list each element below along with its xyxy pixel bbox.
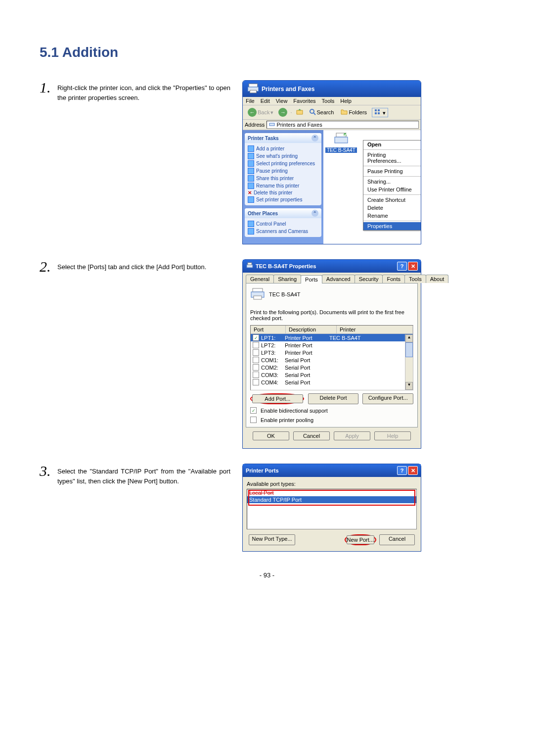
apply-button[interactable]: Apply bbox=[334, 431, 370, 440]
checkbox-icon[interactable] bbox=[253, 349, 259, 356]
tab-pane-ports: TEC B-SA4T Print to the following port(s… bbox=[246, 283, 418, 427]
task-pause[interactable]: Pause printing bbox=[248, 167, 318, 175]
tab-fonts[interactable]: Fonts bbox=[382, 275, 405, 283]
window-titlebar: Printers and Faxes bbox=[243, 81, 421, 97]
port-row[interactable]: LPT2:Printer Port bbox=[251, 341, 413, 349]
add-port-button[interactable]: Add Port... bbox=[252, 394, 303, 403]
chevron-up-icon[interactable]: ⌃ bbox=[312, 135, 318, 142]
col-printer[interactable]: Printer bbox=[337, 326, 413, 333]
other-control-panel[interactable]: Control Panel bbox=[248, 220, 318, 228]
checkbox-icon[interactable]: ✓ bbox=[253, 334, 259, 341]
checkbox-icon[interactable] bbox=[253, 342, 259, 348]
col-port[interactable]: Port bbox=[251, 326, 286, 333]
checkbox-icon[interactable] bbox=[253, 379, 259, 385]
menu-edit[interactable]: Edit bbox=[261, 98, 270, 104]
menu-view[interactable]: View bbox=[276, 98, 288, 104]
checkbox-icon[interactable] bbox=[253, 357, 259, 363]
printer-item[interactable]: TEC B-SA4T bbox=[325, 132, 357, 153]
menu-tools[interactable]: Tools bbox=[322, 98, 335, 104]
ctx-sharing[interactable]: Sharing... bbox=[363, 178, 421, 186]
step-number-2: 2. bbox=[40, 259, 53, 274]
checkbox-icon[interactable] bbox=[253, 364, 259, 371]
ports-instruction: Print to the following port(s). Document… bbox=[250, 309, 413, 321]
checkbox-pool[interactable] bbox=[250, 417, 257, 423]
port-row[interactable]: LPT3:Printer Port bbox=[251, 349, 413, 356]
address-icon bbox=[269, 122, 276, 128]
menu-help[interactable]: Help bbox=[340, 98, 352, 104]
configure-port-button[interactable]: Configure Port... bbox=[362, 393, 413, 404]
port-row[interactable]: COM2:Serial Port bbox=[251, 364, 413, 371]
checkbox-icon[interactable] bbox=[253, 372, 259, 378]
svg-rect-7 bbox=[375, 112, 377, 114]
menu-file[interactable]: File bbox=[246, 98, 255, 104]
tab-about[interactable]: About bbox=[426, 275, 449, 283]
chevron-up-icon[interactable]: ⌃ bbox=[312, 210, 318, 217]
task-icon bbox=[248, 153, 254, 159]
tab-advanced[interactable]: Advanced bbox=[322, 275, 355, 283]
delete-port-button[interactable]: Delete Port bbox=[308, 393, 359, 404]
task-rename[interactable]: Rename this printer bbox=[248, 182, 318, 189]
address-input[interactable]: Printers and Faxes bbox=[267, 121, 419, 129]
tab-general[interactable]: General bbox=[246, 275, 274, 283]
port-row[interactable]: COM4:Serial Port bbox=[251, 378, 413, 386]
task-delete[interactable]: ✕Delete this printer bbox=[248, 189, 318, 196]
up-button[interactable] bbox=[295, 107, 304, 117]
scrollbar[interactable]: ▲ ▼ bbox=[405, 334, 413, 390]
tab-ports[interactable]: Ports bbox=[301, 275, 322, 284]
step-number-1: 1. bbox=[40, 80, 53, 102]
scroll-up-icon[interactable]: ▲ bbox=[405, 334, 413, 342]
task-properties[interactable]: Set printer properties bbox=[248, 196, 318, 203]
side-panel: Printer Tasks ⌃ Add a printer See what's… bbox=[243, 130, 323, 244]
ctx-open[interactable]: Open bbox=[363, 141, 421, 148]
ctx-shortcut[interactable]: Create Shortcut bbox=[363, 196, 421, 204]
search-button[interactable]: Search bbox=[307, 108, 336, 117]
printers-window: Printers and Faxes File Edit View Favori… bbox=[242, 80, 421, 244]
ctx-properties[interactable]: Properties bbox=[363, 222, 421, 230]
task-add-printer[interactable]: Add a printer bbox=[248, 145, 318, 152]
scroll-thumb[interactable] bbox=[405, 342, 413, 357]
help-button[interactable]: ? bbox=[397, 262, 407, 271]
cancel-button[interactable]: Cancel bbox=[379, 534, 415, 545]
folders-button[interactable]: Folders bbox=[339, 108, 369, 116]
ports-list[interactable]: Port Description Printer ✓ LPT1: Printer… bbox=[250, 325, 413, 390]
ctx-prefs[interactable]: Printing Preferences... bbox=[363, 151, 421, 165]
help-button[interactable]: Help bbox=[374, 431, 411, 440]
dialog-title: TEC B-SA4T Properties bbox=[256, 263, 316, 269]
back-button[interactable]: ← Back ▾ bbox=[246, 107, 275, 117]
forward-button[interactable]: → bbox=[278, 108, 287, 117]
task-icon bbox=[248, 183, 254, 189]
ctx-delete[interactable]: Delete bbox=[363, 204, 421, 212]
ok-button[interactable]: OK bbox=[253, 431, 289, 440]
scroll-down-icon[interactable]: ▼ bbox=[405, 382, 413, 390]
task-icon bbox=[248, 168, 254, 174]
checkbox-bidi[interactable]: ✓ bbox=[250, 407, 257, 414]
help-button[interactable]: ? bbox=[397, 466, 407, 475]
col-description[interactable]: Description bbox=[286, 326, 337, 333]
page-number: - 93 - bbox=[40, 571, 494, 579]
task-share[interactable]: Share this printer bbox=[248, 175, 318, 182]
other-scanners[interactable]: Scanners and Cameras bbox=[248, 228, 318, 235]
task-preferences[interactable]: Select printing preferences bbox=[248, 160, 318, 167]
address-label: Address bbox=[245, 122, 265, 128]
tab-security[interactable]: Security bbox=[355, 275, 383, 283]
ctx-pause[interactable]: Pause Printing bbox=[363, 167, 421, 175]
printer-icon bbox=[246, 262, 254, 270]
port-row[interactable]: COM1:Serial Port bbox=[251, 356, 413, 364]
task-see-printing[interactable]: See what's printing bbox=[248, 152, 318, 160]
port-row[interactable]: COM3:Serial Port bbox=[251, 371, 413, 378]
tab-sharing[interactable]: Sharing bbox=[273, 275, 301, 283]
port-row[interactable]: ✓ LPT1: Printer Port TEC B-SA4T bbox=[251, 334, 413, 341]
new-port-button[interactable]: New Port... bbox=[347, 535, 374, 544]
ctx-rename[interactable]: Rename bbox=[363, 212, 421, 220]
list-item-local[interactable]: Local Port bbox=[247, 489, 416, 496]
close-button[interactable]: ✕ bbox=[408, 466, 418, 475]
tab-tools[interactable]: Tools bbox=[404, 275, 426, 283]
views-button[interactable]: ▾ bbox=[372, 108, 388, 117]
port-types-list[interactable]: Local Port Standard TCP/IP Port bbox=[247, 489, 417, 529]
new-port-type-button[interactable]: New Port Type... bbox=[249, 534, 295, 545]
list-item-tcpip[interactable]: Standard TCP/IP Port bbox=[247, 496, 416, 503]
cancel-button[interactable]: Cancel bbox=[293, 431, 330, 440]
menu-favorites[interactable]: Favorites bbox=[293, 98, 315, 104]
ctx-offline[interactable]: Use Printer Offline bbox=[363, 186, 421, 193]
close-button[interactable]: ✕ bbox=[408, 262, 418, 271]
